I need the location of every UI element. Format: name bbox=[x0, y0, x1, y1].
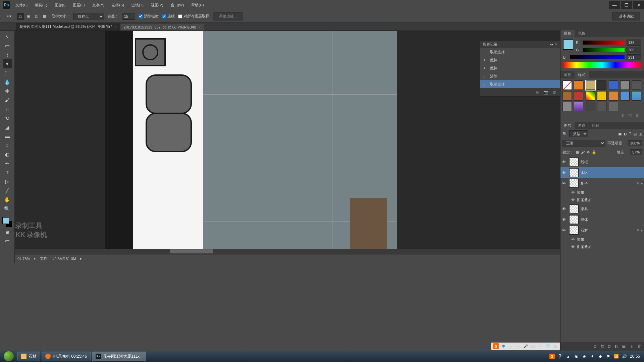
style-swatch[interactable] bbox=[609, 91, 618, 101]
ime-keyboard-icon[interactable]: ⌨ bbox=[530, 343, 536, 349]
tray-app-icon[interactable]: ✦ bbox=[590, 354, 595, 359]
stamp-tool[interactable]: ⎍ bbox=[3, 105, 12, 114]
current-tool-icon[interactable]: ✦▾ bbox=[4, 12, 13, 21]
style-swatch[interactable] bbox=[597, 91, 606, 101]
style-swatch[interactable] bbox=[620, 91, 630, 101]
color-swatches[interactable] bbox=[2, 217, 12, 227]
history-panel-header[interactable]: 历史记录 ◂◂ × bbox=[480, 41, 560, 48]
lasso-tool[interactable]: ⌇ bbox=[3, 50, 12, 59]
all-layers-check[interactable]: 对所有图层取样 bbox=[178, 14, 209, 19]
eye-icon[interactable]: 👁 bbox=[571, 198, 575, 202]
no-style-icon[interactable]: ⊘ bbox=[621, 113, 624, 118]
layer-row[interactable]: 👁石材fx ▾ bbox=[560, 225, 644, 236]
crop-tool[interactable]: ⬚ bbox=[3, 68, 12, 77]
fx-badge[interactable]: fx ▾ bbox=[637, 181, 643, 186]
close-button[interactable]: ✕ bbox=[633, 1, 644, 9]
visibility-icon[interactable]: 👁 bbox=[562, 181, 567, 186]
selection-intersect-icon[interactable]: ▦ bbox=[41, 13, 48, 20]
history-brush-tool[interactable]: ⟲ bbox=[3, 114, 12, 123]
selection-add-icon[interactable]: ▣ bbox=[25, 13, 32, 20]
style-swatch[interactable] bbox=[586, 80, 595, 90]
menu-view[interactable]: 视图(V) bbox=[150, 2, 165, 8]
close-icon[interactable]: × bbox=[198, 25, 200, 29]
style-swatch[interactable] bbox=[632, 80, 641, 90]
style-swatch[interactable] bbox=[574, 102, 583, 111]
mask-icon[interactable]: ◘ bbox=[608, 344, 610, 349]
color-preview-swatch[interactable] bbox=[563, 40, 573, 50]
tray-app-icon[interactable]: ◆ bbox=[598, 354, 603, 359]
selection-new-icon[interactable]: □ bbox=[17, 13, 24, 20]
filter-shape-icon[interactable]: ▤ bbox=[633, 132, 637, 136]
lock-move-icon[interactable]: ✥ bbox=[587, 150, 590, 155]
style-none[interactable] bbox=[562, 80, 572, 90]
new-style-icon[interactable]: ◫ bbox=[628, 113, 632, 118]
menu-filter[interactable]: 滤镜(T) bbox=[130, 2, 145, 8]
tab-layers[interactable]: 图层 bbox=[560, 122, 575, 129]
menu-edit[interactable]: 编辑(E) bbox=[34, 2, 49, 8]
layer-effect[interactable]: 👁图案叠加 bbox=[560, 243, 644, 250]
dodge-tool[interactable]: ◐ bbox=[3, 150, 12, 159]
tab-channels[interactable]: 通道 bbox=[575, 122, 589, 129]
refine-edge-button[interactable]: 调整边缘... bbox=[213, 12, 243, 20]
screen-mode-icon[interactable]: ▭ bbox=[3, 236, 12, 245]
layer-name[interactable]: 水区 bbox=[581, 170, 643, 175]
layer-name[interactable]: 线框 bbox=[581, 160, 643, 165]
zoom-tool[interactable]: 🔍 bbox=[3, 204, 12, 213]
layer-name[interactable]: 墙体 bbox=[581, 217, 643, 222]
ime-logo-icon[interactable]: S bbox=[493, 343, 499, 349]
menu-help[interactable]: 帮助(H) bbox=[190, 2, 205, 8]
style-swatch[interactable] bbox=[562, 91, 572, 101]
taskbar-item[interactable]: KK录像机 00:25:46 bbox=[42, 352, 91, 361]
style-swatch[interactable] bbox=[562, 102, 572, 111]
layer-row[interactable]: 👁柜子fx ▾ bbox=[560, 178, 644, 189]
layer-filter-select[interactable]: 类型 bbox=[569, 130, 588, 137]
tray-network-icon[interactable]: 📶 bbox=[614, 354, 619, 359]
type-tool[interactable]: T bbox=[3, 168, 12, 177]
color-spectrum[interactable] bbox=[563, 62, 641, 68]
tab-adjustments[interactable]: 调整 bbox=[560, 71, 575, 78]
layer-name[interactable]: 石材 bbox=[581, 228, 635, 233]
zoom-level[interactable]: 94.78% bbox=[17, 257, 30, 261]
tray-sogou-icon[interactable]: S bbox=[549, 354, 555, 359]
eraser-tool[interactable]: ◢ bbox=[3, 123, 12, 132]
document-tab-2[interactable]: 20170310151329_387.jpg @ 66.7%(RGB/8) × bbox=[120, 24, 204, 31]
group-icon[interactable]: ▣ bbox=[622, 344, 626, 349]
quick-mask-icon[interactable]: ◙ bbox=[3, 227, 12, 236]
filter-smart-icon[interactable]: ◫ bbox=[639, 132, 642, 136]
ime-toolbar[interactable]: S 中 •, ☺ 🎤 ⌨ ✎ 👕 ▦ bbox=[491, 343, 560, 350]
style-swatch[interactable] bbox=[586, 102, 595, 111]
horizontal-scrollbar[interactable] bbox=[15, 249, 644, 254]
new-doc-icon[interactable]: ⎘ bbox=[536, 90, 539, 94]
maximize-button[interactable]: ❐ bbox=[621, 1, 632, 9]
history-item[interactable]: ✦魔棒 bbox=[480, 64, 560, 72]
layer-effect[interactable]: 👁效果 bbox=[560, 236, 644, 243]
tray-volume-icon[interactable]: 🔊 bbox=[622, 354, 627, 359]
layer-row[interactable]: 👁线框 bbox=[560, 157, 644, 167]
opacity-value[interactable]: 100% bbox=[628, 140, 642, 146]
link-icon[interactable]: ⊘ bbox=[593, 344, 597, 349]
visibility-icon[interactable]: 👁 bbox=[562, 206, 567, 212]
document-tab-1[interactable]: 花卉园江河大厦111-Model.psd @ 86.2% (水区, RGB/8)… bbox=[16, 23, 120, 31]
eye-icon[interactable]: 👁 bbox=[571, 190, 575, 194]
ime-emoji-icon[interactable]: ☺ bbox=[515, 343, 521, 349]
foreground-color-swatch[interactable] bbox=[2, 217, 9, 224]
filter-type-icon[interactable]: T bbox=[629, 132, 631, 136]
workspace-button[interactable]: 基本功能 bbox=[612, 12, 640, 20]
ime-mic-icon[interactable]: 🎤 bbox=[523, 343, 529, 349]
trash-icon[interactable]: 🗑 bbox=[636, 113, 639, 118]
adjustment-icon[interactable]: ◐ bbox=[614, 344, 618, 349]
tab-color[interactable]: 颜色 bbox=[560, 30, 575, 37]
camera-icon[interactable]: 📷 bbox=[543, 90, 548, 95]
fill-value[interactable]: 57% bbox=[630, 149, 642, 155]
menu-window[interactable]: 窗口(W) bbox=[169, 2, 185, 8]
fx-badge[interactable]: fx ▾ bbox=[637, 228, 643, 233]
layer-row[interactable]: 👁水区 bbox=[560, 167, 644, 178]
gradient-tool[interactable]: ▬ bbox=[3, 132, 12, 141]
visibility-icon[interactable]: 👁 bbox=[562, 228, 567, 233]
close-icon[interactable]: × bbox=[114, 25, 116, 29]
panel-collapse-icon[interactable]: ◂◂ bbox=[550, 43, 553, 46]
tray-app-icon[interactable]: ◉ bbox=[574, 354, 579, 359]
path-select-tool[interactable]: ▷ bbox=[3, 177, 12, 186]
menu-type[interactable]: 文字(Y) bbox=[91, 2, 106, 8]
taskbar-item[interactable]: 石材 bbox=[17, 352, 40, 361]
